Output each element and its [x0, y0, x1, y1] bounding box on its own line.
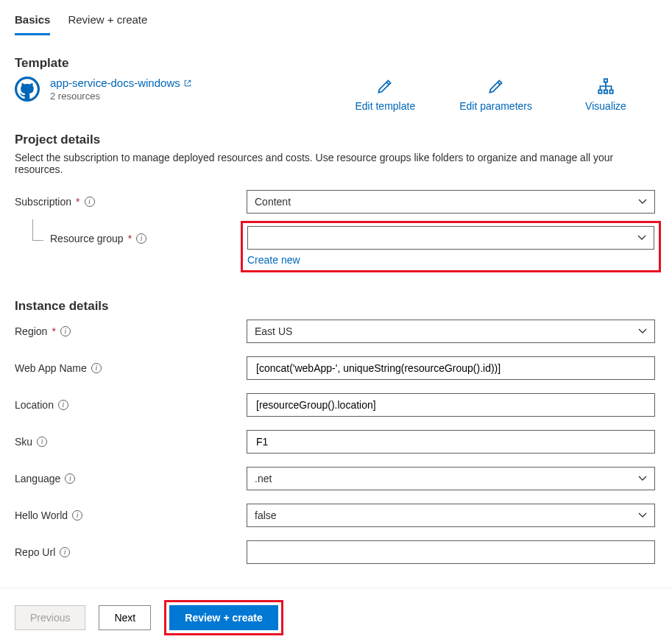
location-input[interactable]	[247, 393, 655, 417]
resource-group-select[interactable]	[247, 226, 654, 250]
webapp-name-label: Web App Name i	[15, 362, 247, 374]
required-indicator: *	[128, 233, 132, 244]
hierarchy-icon	[596, 77, 615, 96]
resource-group-highlight: Create new	[241, 221, 661, 272]
sku-input[interactable]	[247, 430, 655, 454]
svg-rect-2	[598, 90, 601, 93]
chevron-down-icon	[638, 197, 647, 206]
repo-url-row: Repo Url i	[15, 539, 657, 565]
language-select[interactable]: .net	[247, 467, 655, 490]
language-label-text: Language	[15, 473, 60, 484]
hello-world-select[interactable]: false	[247, 504, 655, 527]
region-label: Region * i	[15, 325, 247, 337]
sku-label-text: Sku	[15, 436, 32, 448]
webapp-name-field[interactable]	[255, 361, 647, 375]
sku-field[interactable]	[255, 435, 647, 448]
subscription-select[interactable]: Content	[247, 190, 655, 214]
info-icon[interactable]: i	[60, 326, 71, 336]
project-details-heading: Project details	[15, 133, 657, 147]
info-icon[interactable]: i	[37, 437, 47, 447]
region-value: East US	[255, 325, 292, 337]
region-row: Region * i East US	[15, 318, 657, 345]
repo-url-label: Repo Url i	[15, 546, 247, 558]
location-label-text: Location	[15, 399, 54, 411]
template-heading: Template	[15, 56, 657, 71]
webapp-name-row: Web App Name i	[15, 355, 657, 381]
chevron-down-icon	[638, 474, 647, 483]
info-icon[interactable]: i	[72, 510, 82, 521]
edit-parameters-button[interactable]: Edit parameters	[459, 77, 532, 112]
previous-button: Previous	[15, 605, 85, 630]
template-row: app-service-docs-windows 2 resources Edi…	[15, 77, 657, 112]
template-actions: Edit template Edit parameters Visualize	[355, 77, 635, 112]
location-label: Location i	[15, 399, 247, 411]
pencil-icon	[375, 77, 395, 96]
edit-template-label: Edit template	[355, 100, 415, 112]
external-link-icon	[183, 79, 192, 88]
language-label: Language i	[15, 473, 247, 484]
repo-url-field[interactable]	[255, 546, 647, 559]
template-link-text: app-service-docs-windows	[50, 77, 180, 89]
location-field[interactable]	[255, 398, 647, 412]
chevron-down-icon	[637, 233, 646, 242]
hello-world-label-text: Hello World	[15, 509, 68, 521]
review-create-button[interactable]: Review + create	[169, 605, 277, 630]
resource-group-label: Resource group * i	[15, 233, 247, 244]
subscription-label: Subscription * i	[15, 196, 247, 208]
edit-template-button[interactable]: Edit template	[355, 77, 415, 112]
pencil-icon	[487, 77, 506, 96]
svg-rect-1	[604, 79, 607, 82]
info-icon[interactable]: i	[91, 363, 102, 373]
info-icon[interactable]: i	[65, 473, 75, 484]
region-label-text: Region	[15, 325, 47, 337]
subscription-value: Content	[255, 196, 291, 208]
subscription-row: Subscription * i Content	[15, 188, 657, 215]
hello-world-label: Hello World i	[15, 509, 247, 521]
github-icon	[15, 77, 40, 102]
hello-world-row: Hello World i false	[15, 502, 657, 529]
template-link[interactable]: app-service-docs-windows	[50, 77, 192, 89]
language-row: Language i .net	[15, 465, 657, 492]
wizard-footer: Previous Next Review + create	[0, 588, 672, 635]
location-row: Location i	[15, 392, 657, 418]
sku-label: Sku i	[15, 436, 247, 448]
next-button[interactable]: Next	[99, 605, 151, 630]
info-icon[interactable]: i	[85, 197, 95, 207]
template-meta: app-service-docs-windows 2 resources	[50, 77, 192, 102]
svg-rect-3	[604, 90, 607, 93]
info-icon[interactable]: i	[136, 233, 146, 244]
visualize-label: Visualize	[585, 100, 626, 112]
repo-url-label-text: Repo Url	[15, 546, 55, 558]
instance-details-heading: Instance details	[15, 299, 657, 314]
resource-group-row: Resource group * i Create new	[15, 225, 657, 278]
language-value: .net	[255, 473, 272, 484]
info-icon[interactable]: i	[60, 547, 70, 557]
tab-basics[interactable]: Basics	[15, 6, 50, 35]
required-indicator: *	[52, 325, 55, 337]
webapp-name-input[interactable]	[247, 356, 655, 380]
info-icon[interactable]: i	[58, 400, 68, 410]
visualize-button[interactable]: Visualize	[576, 77, 635, 112]
create-new-link[interactable]: Create new	[247, 254, 654, 266]
tab-review-create[interactable]: Review + create	[68, 6, 147, 35]
subscription-label-text: Subscription	[15, 196, 71, 208]
hello-world-value: false	[255, 509, 277, 521]
review-create-highlight: Review + create	[164, 600, 283, 635]
svg-rect-4	[609, 90, 612, 93]
chevron-down-icon	[638, 511, 647, 520]
sku-row: Sku i	[15, 428, 657, 455]
region-select[interactable]: East US	[247, 320, 655, 343]
chevron-down-icon	[638, 327, 647, 336]
edit-parameters-label: Edit parameters	[459, 100, 532, 112]
resource-group-label-text: Resource group	[50, 233, 124, 244]
webapp-name-label-text: Web App Name	[15, 362, 87, 374]
template-resource-count: 2 resources	[50, 91, 192, 102]
repo-url-input[interactable]	[247, 540, 655, 564]
project-details-desc: Select the subscription to manage deploy…	[15, 152, 633, 175]
required-indicator: *	[76, 196, 79, 208]
tab-bar: Basics Review + create	[15, 0, 657, 35]
